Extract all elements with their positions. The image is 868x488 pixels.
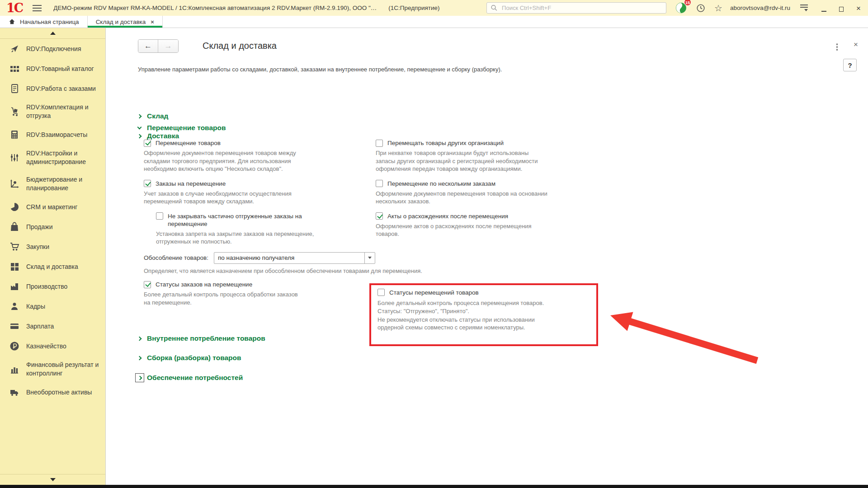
sidebar-item-rdv-administration[interactable]: RDV:Настройки и администрирование	[0, 145, 105, 171]
tab-close-icon[interactable]: ×	[151, 19, 154, 25]
sidebar-item-label: Зарплата	[26, 322, 54, 331]
sidebar-item-noncurrent-assets[interactable]: Внеоборотные активы	[0, 382, 105, 402]
window-title-suffix: (1С:Предприятие)	[388, 5, 439, 11]
sidebar-item-sales[interactable]: Продажи	[0, 217, 105, 237]
tab-home[interactable]: Начальная страница	[0, 16, 88, 28]
option-transfer-order-statuses[interactable]: Статусы заказов на перемещение	[144, 281, 397, 288]
sidebar-item-rdv-settlements[interactable]: RDV:Взаиморасчеты	[0, 125, 105, 145]
restore-button[interactable]	[839, 5, 844, 12]
section-label: Внутреннее потребление товаров	[147, 334, 265, 343]
catalog-grid-icon	[9, 63, 20, 74]
option-description: Оформление документов перемещения товаро…	[376, 190, 548, 206]
checkbox[interactable]	[376, 140, 383, 147]
form-close-icon[interactable]: ×	[854, 40, 858, 49]
option-description-line: Более детальный контроль процесса переме…	[377, 299, 558, 307]
back-button[interactable]: ←	[138, 40, 158, 52]
checkbox[interactable]	[377, 289, 385, 296]
sidebar-item-crm[interactable]: CRM и маркетинг	[0, 197, 105, 217]
titlebar: 1С ДЕМО-режим RDV Маркет RM-KA-MODEL / 1…	[0, 0, 868, 16]
section-internal-consumption[interactable]: Внутреннее потребление товаров	[138, 334, 265, 343]
sidebar-item-label: RDV:Взаиморасчеты	[26, 131, 87, 139]
service-menu-icon[interactable]	[800, 5, 808, 11]
chevron-right-icon	[137, 375, 142, 380]
planning-axes-icon	[9, 178, 20, 189]
checkbox[interactable]	[144, 281, 151, 288]
sidebar-item-label: CRM и маркетинг	[26, 203, 77, 211]
selected-value: по назначению получателя	[214, 254, 364, 261]
search-icon	[491, 4, 498, 12]
person-icon	[9, 301, 20, 312]
checkbox[interactable]	[376, 180, 383, 187]
user-account[interactable]: aborovtsova@rdv-it.ru	[730, 5, 790, 11]
section-requirements-fulfillment[interactable]: Обеспечение потребностей	[138, 373, 243, 382]
sidebar-item-treasury[interactable]: Казначейство	[0, 336, 105, 356]
sidebar-item-salary[interactable]: Зарплата	[0, 316, 105, 336]
tab-bar: Начальная страница Склад и доставка ×	[0, 16, 868, 28]
chevron-right-icon	[137, 356, 142, 360]
goods-separation-select[interactable]: по назначению получателя	[214, 252, 375, 264]
calculator-icon	[9, 129, 20, 140]
sidebar-item-label: Финансовый результат и контроллинг	[26, 361, 103, 378]
sidebar-scroll-down[interactable]	[0, 474, 105, 485]
option-transfer-other-org-goods[interactable]: Перемещать товары других организаций	[376, 139, 615, 147]
dropdown-button[interactable]	[364, 253, 375, 263]
checkbox-label: Статусы заказов на перемещение	[156, 281, 252, 288]
page-title: Склад и доставка	[203, 41, 277, 51]
sidebar-item-warehouse-delivery[interactable]: Склад и доставка	[0, 257, 105, 277]
1c-logo: 1С	[6, 0, 23, 16]
settings-form: ← → Склад и доставка × ? Управление пара…	[105, 28, 868, 485]
option-description: Установка запрета на закрытие заказов на…	[156, 230, 329, 246]
option-keep-partially-shipped-orders[interactable]: Не закрывать частично отгруженные заказы…	[156, 212, 397, 228]
sidebar-scroll-up[interactable]	[0, 28, 105, 39]
more-menu-icon[interactable]	[835, 42, 840, 52]
history-icon[interactable]	[696, 3, 706, 13]
option-goods-transfer[interactable]: Перемещение товаров	[144, 139, 397, 147]
sidebar-item-rdv-connections[interactable]: RDV:Подключения	[0, 39, 105, 59]
sidebar-item-label: Внеоборотные активы	[26, 388, 92, 397]
section-warehouse[interactable]: Склад	[138, 112, 168, 120]
window-close-button[interactable]: ×	[856, 5, 861, 12]
sidebar-item-hr[interactable]: Кадры	[0, 296, 105, 316]
sidebar-item-budgeting[interactable]: Бюджетирование и планирование	[0, 171, 105, 197]
tab-warehouse-delivery[interactable]: Склад и доставка ×	[88, 16, 163, 28]
caret-down-icon	[368, 257, 372, 259]
forward-button[interactable]: →	[158, 40, 178, 52]
checkbox[interactable]	[156, 212, 163, 220]
option-description: Учет заказов в случае необходимости осущ…	[144, 190, 316, 206]
checkbox[interactable]	[144, 180, 151, 187]
section-assembly[interactable]: Сборка (разборка) товаров	[138, 354, 241, 362]
payment-card-icon	[9, 321, 20, 332]
pie-chart-icon	[9, 202, 20, 212]
sidebar-item-rdv-shipping[interactable]: RDV:Комплектация и отгрузка	[0, 99, 105, 125]
notification-badge: 15	[684, 0, 691, 6]
shopping-cart-icon	[9, 241, 20, 252]
sidebar-item-label: RDV:Подключения	[26, 45, 81, 53]
section-goods-transfer[interactable]: Перемещение товаров	[138, 124, 226, 132]
rocket-icon	[9, 43, 20, 54]
main-menu-icon[interactable]	[33, 5, 42, 11]
factory-icon	[9, 281, 20, 292]
sidebar-item-production[interactable]: Производство	[0, 277, 105, 296]
sidebar-item-rdv-catalog[interactable]: RDV:Товарный каталог	[0, 59, 105, 79]
global-search[interactable]	[486, 2, 666, 14]
favorites-star-icon[interactable]: ☆	[714, 4, 722, 13]
sidebar-item-financial-result[interactable]: Финансовый результат и контроллинг	[0, 356, 105, 382]
option-transfer-orders[interactable]: Заказы на перемещение	[144, 180, 397, 188]
sidebar-item-purchases[interactable]: Закупки	[0, 237, 105, 257]
sidebar-item-label: Кадры	[26, 302, 45, 311]
sidebar-item-rdv-orders[interactable]: RDV:Работа с заказами	[0, 79, 105, 99]
sidebar-item-label: Закупки	[26, 243, 49, 251]
option-transfer-multiple-orders[interactable]: Перемещение по нескольким заказам	[376, 180, 615, 188]
help-button[interactable]: ?	[843, 59, 857, 71]
sidebar-item-label: RDV:Работа с заказами	[26, 84, 96, 93]
transfer-settings: Перемещение товаров Оформление документо…	[138, 136, 866, 337]
option-description-line: Статусы: "Отгружено", "Принято".	[377, 307, 558, 315]
search-input[interactable]	[501, 4, 662, 12]
option-discrepancy-acts[interactable]: Акты о расхождениях после перемещения	[376, 212, 615, 220]
option-description: При нехватке товаров организации будут и…	[376, 149, 548, 173]
checkbox[interactable]	[376, 212, 383, 220]
minimize-button[interactable]	[821, 5, 826, 12]
discussions-icon[interactable]: 15	[675, 2, 687, 14]
checkbox[interactable]	[144, 140, 151, 147]
option-goods-movement-statuses[interactable]: Статусы перемещений товаров	[377, 289, 590, 296]
